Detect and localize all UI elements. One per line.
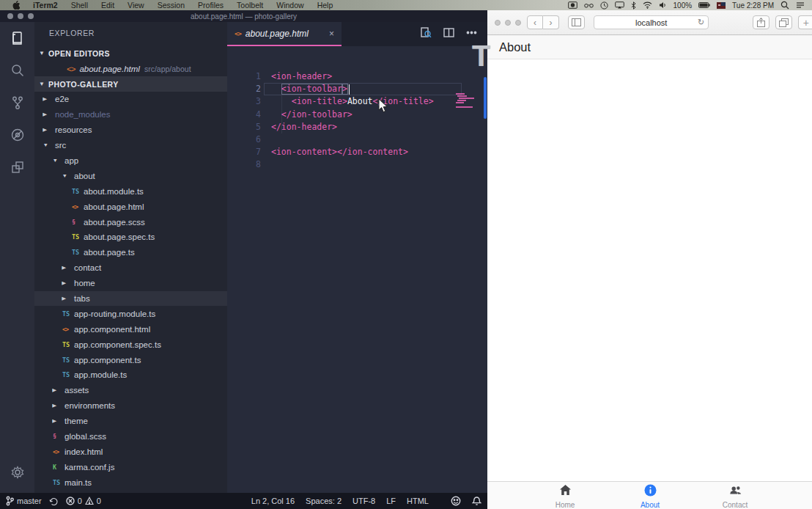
tree-file-main-ts[interactable]: TSmain.ts	[34, 475, 227, 490]
vscode-traffic-lights[interactable]	[0, 13, 34, 19]
tree-file-app-module-ts[interactable]: TSapp.module.ts	[34, 367, 227, 383]
airplay-icon[interactable]	[615, 1, 624, 9]
reload-icon[interactable]: ↻	[698, 18, 704, 27]
menubar-clock[interactable]: Tue 2:28 PM	[732, 1, 774, 10]
apple-menu[interactable]	[6, 1, 26, 10]
tree-file-app-routing-module-ts[interactable]: TSapp-routing.module.ts	[34, 306, 227, 321]
code-line-6[interactable]: 6	[227, 133, 487, 146]
minimize-window-button[interactable]	[505, 20, 511, 26]
tree-folder-about[interactable]: ▼about	[34, 168, 227, 183]
share-button[interactable]	[753, 15, 769, 29]
tree-file-about-module-ts[interactable]: TSabout.module.ts	[34, 183, 227, 199]
wifi-icon[interactable]	[643, 1, 652, 9]
tree-folder-theme[interactable]: ▶theme	[34, 414, 227, 429]
address-bar[interactable]: localhost ↻	[594, 15, 709, 29]
tree-file-app-component-ts[interactable]: TSapp.component.ts	[34, 352, 227, 367]
tree-folder-e2e[interactable]: ▶e2e	[34, 92, 227, 107]
git-branch-status[interactable]: master	[6, 496, 42, 506]
glasses-icon[interactable]	[584, 3, 594, 8]
tree-folder-app[interactable]: ▼app	[34, 153, 227, 169]
cursor-position-status[interactable]: Ln 2, Col 16	[251, 497, 295, 505]
zoom-window-button[interactable]	[28, 13, 34, 19]
menubar-item-session[interactable]: Session	[151, 0, 191, 10]
spotlight-icon[interactable]	[780, 1, 789, 10]
menubar-item-toolbelt[interactable]: Toolbelt	[230, 0, 270, 10]
code-line-8[interactable]: 8	[227, 158, 487, 171]
time-machine-icon[interactable]	[600, 1, 608, 10]
menubar-item-help[interactable]: Help	[311, 0, 340, 10]
tree-folder-assets[interactable]: ▶assets	[34, 383, 227, 398]
tree-file-app-component-spec-ts[interactable]: TSapp.component.spec.ts	[34, 337, 227, 352]
encoding-status[interactable]: UTF-8	[353, 497, 375, 505]
indentation-status[interactable]: Spaces: 2	[306, 497, 342, 505]
source-control-icon[interactable]	[0, 87, 34, 119]
ion-tab-about[interactable]: About	[608, 482, 693, 509]
input-flag-icon[interactable]	[717, 2, 726, 9]
tree-file-karma-conf-js[interactable]: Kkarma.conf.js	[34, 459, 227, 475]
menubar-item-shell[interactable]: Shell	[64, 0, 95, 10]
code-editor[interactable]: 1<ion-header>2 <ion-toolbar>3 <ion-title…	[227, 46, 487, 493]
back-button[interactable]: ‹	[527, 15, 543, 29]
debug-icon[interactable]	[0, 119, 34, 151]
new-tab-button[interactable]: +	[798, 15, 812, 29]
zoom-window-button[interactable]	[515, 20, 521, 26]
eol-status[interactable]: LF	[386, 497, 396, 505]
sync-status[interactable]	[49, 497, 59, 506]
tree-file-app-component-html[interactable]: <>app.component.html	[34, 321, 227, 337]
tree-folder-environments[interactable]: ▶environments	[34, 398, 227, 414]
sidebar-toggle-button[interactable]	[568, 15, 585, 29]
feedback-smiley-icon[interactable]	[451, 496, 461, 506]
minimize-window-button[interactable]	[18, 13, 23, 19]
safari-traffic-lights[interactable]	[487, 20, 521, 26]
tree-file-about-page-ts[interactable]: TSabout.page.ts	[34, 245, 227, 260]
code-line-1[interactable]: 1<ion-header>	[227, 70, 487, 83]
tree-file-about-page-spec-ts[interactable]: TSabout.page.spec.ts	[34, 230, 227, 245]
tree-folder-resources[interactable]: ▶resources	[34, 122, 227, 138]
tree-folder-contact[interactable]: ▶contact	[34, 260, 227, 276]
bluetooth-icon[interactable]	[631, 1, 636, 10]
menubar-item-edit[interactable]: Edit	[95, 0, 121, 10]
notification-center-icon[interactable]	[796, 1, 805, 9]
code-line-4[interactable]: 4 </ion-toolbar>	[227, 109, 487, 121]
extensions-icon[interactable]	[0, 151, 34, 183]
code-line-5[interactable]: 5</ion-header>	[227, 121, 487, 133]
ion-tab-contact[interactable]: Contact	[693, 482, 778, 509]
problems-status[interactable]: 00	[66, 497, 101, 505]
code-line-7[interactable]: 7<ion-content></ion-content>	[227, 146, 487, 158]
screen-record-icon[interactable]	[568, 1, 577, 9]
split-editor-icon[interactable]	[443, 27, 454, 41]
vscode-titlebar[interactable]: about.page.html — photo-gallery	[0, 10, 487, 22]
search-icon[interactable]	[0, 54, 34, 87]
close-tab-icon[interactable]: ×	[329, 29, 334, 39]
minimap[interactable]	[456, 70, 481, 114]
code-line-2[interactable]: 2 <ion-toolbar>	[227, 83, 487, 95]
tab-about-page-html[interactable]: <> about.page.html ×	[227, 22, 342, 46]
code-line-3[interactable]: 3 <ion-title>About</ion-title>	[227, 95, 487, 108]
editor-scrollbar[interactable]	[484, 77, 487, 119]
menubar-item-profiles[interactable]: Profiles	[191, 0, 230, 10]
tree-file-global-scss[interactable]: §global.scss	[34, 429, 227, 444]
tree-file-about-page-html[interactable]: <>about.page.html	[34, 199, 227, 214]
tree-folder-tabs[interactable]: ▶tabs	[34, 291, 227, 307]
notifications-bell-icon[interactable]	[472, 496, 481, 506]
close-window-button[interactable]	[495, 20, 501, 26]
explorer-icon[interactable]	[0, 22, 34, 54]
menubar-item-iterm2[interactable]: iTerm2	[26, 0, 64, 10]
forward-button[interactable]: ›	[543, 15, 559, 29]
language-mode-status[interactable]: HTML	[407, 497, 429, 505]
open-editor-item-about-page-html[interactable]: <> about.page.html src/app/about	[34, 61, 227, 76]
volume-icon[interactable]	[659, 1, 667, 9]
open-editors-section-header[interactable]: ▼ OPEN EDITORS	[34, 45, 227, 61]
show-all-tabs-button[interactable]	[775, 15, 792, 29]
find-in-file-icon[interactable]	[421, 27, 432, 41]
gear-icon[interactable]	[0, 456, 34, 488]
tree-folder-home[interactable]: ▶home	[34, 276, 227, 291]
menubar-item-window[interactable]: Window	[270, 0, 310, 10]
close-window-button[interactable]	[7, 13, 13, 19]
tree-folder-src[interactable]: ▼src	[34, 138, 227, 153]
ion-tab-home[interactable]: Home	[523, 482, 608, 509]
tree-file-about-page-scss[interactable]: §about.page.scss	[34, 214, 227, 230]
menubar-item-view[interactable]: View	[121, 0, 151, 10]
tree-file-index-html[interactable]: <>index.html	[34, 444, 227, 459]
project-section-header[interactable]: ▼ PHOTO-GALLERY	[34, 76, 227, 92]
